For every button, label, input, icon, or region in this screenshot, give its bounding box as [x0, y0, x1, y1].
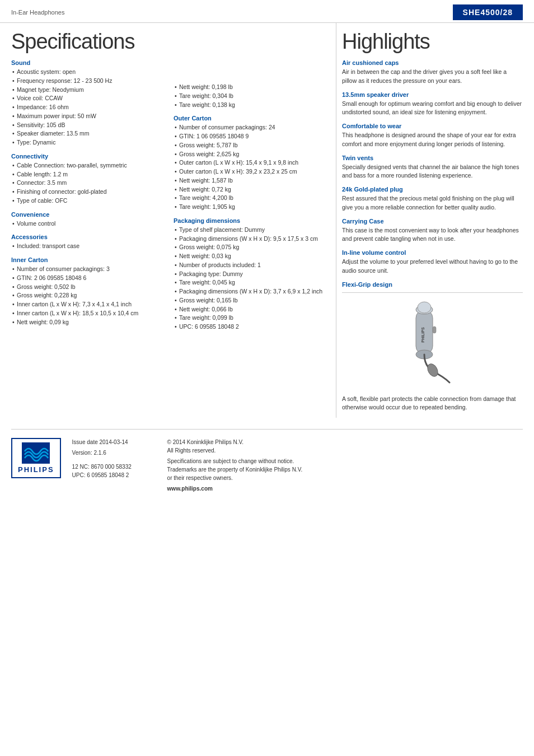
list-item: Number of products included: 1	[174, 261, 325, 270]
list-item: Gross weight: 0,165 lb	[174, 296, 325, 305]
list-item: Nett weight: 1,587 lb	[174, 176, 325, 185]
list-item: Magnet type: Neodymium	[11, 86, 162, 95]
copyright-text: © 2014 Koninklijke Philips N.V. All Righ…	[167, 438, 523, 455]
list-item: Acoustic system: open	[11, 68, 162, 77]
list-item: Packaging dimensions (W x H x D): 9,5 x …	[174, 235, 325, 244]
list-item: Sensitivity: 105 dB	[11, 121, 162, 130]
list-item: Nett weight: 0,72 kg	[174, 185, 325, 194]
twin-vents-text: Specially designed vents that channel th…	[342, 163, 523, 181]
list-item: Number of consumer packagings: 3	[11, 265, 162, 274]
connectivity-list: Cable Connection: two-parallel, symmetri…	[11, 161, 162, 206]
list-item: Tare weight: 0,045 kg	[174, 278, 325, 287]
list-item: Nett weight: 0,198 lb	[174, 83, 325, 92]
list-item: Nett weight: 0,09 kg	[11, 318, 162, 327]
outer-carton-title: Outer Carton	[174, 115, 325, 122]
list-item: Inner carton (L x W x H): 18,5 x 10,5 x …	[11, 309, 162, 318]
list-item: Tare weight: 1,905 kg	[174, 203, 325, 212]
philips-shield-icon	[22, 442, 50, 464]
philips-logo-wrap: PHILIPS	[11, 438, 61, 478]
list-item: Packaging dimensions (W x H x D): 3,7 x …	[174, 287, 325, 296]
inner-carton-list: Number of consumer packagings: 3 GTIN: 2…	[11, 265, 162, 326]
flexi-grip-image-wrap: PHILIPS	[342, 298, 523, 389]
nc-upc: 12 NC: 8670 000 58332 UPC: 6 09585 18048…	[72, 463, 156, 479]
list-item: Outer carton (L x W x H): 39,2 x 23,2 x …	[174, 167, 325, 176]
list-item: Packaging type: Dummy	[174, 270, 325, 279]
speaker-driver-text: Small enough for optimum wearing comfort…	[342, 100, 523, 118]
page-header: In-Ear Headphones SHE4500/28	[0, 0, 534, 23]
comfortable-text: This headphone is designed around the sh…	[342, 131, 523, 149]
highlight-comfortable: Comfortable to wear This headphone is de…	[342, 123, 523, 149]
specs-left: Sound Acoustic system: open Frequency re…	[11, 59, 162, 337]
specs-right: Nett weight: 0,198 lb Tare weight: 0,304…	[174, 59, 325, 337]
accessories-list: Included: transport case	[11, 242, 162, 251]
list-item: GTIN: 1 06 09585 18048 9	[174, 132, 325, 141]
inner-carton-cont-section: Nett weight: 0,198 lb Tare weight: 0,304…	[174, 83, 325, 109]
model-number: SHE4500/28	[453, 4, 523, 20]
comfortable-title: Comfortable to wear	[342, 123, 523, 129]
svg-text:PHILIPS: PHILIPS	[421, 327, 425, 343]
list-item: Number of consumer packagings: 24	[174, 123, 325, 132]
inline-volume-text: Adjust the volume to your preferred leve…	[342, 258, 523, 276]
svg-rect-6	[433, 326, 436, 333]
list-item: Connector: 3.5 mm	[11, 179, 162, 188]
specs-title: Specifications	[11, 30, 325, 54]
list-item: Speaker diameter: 13.5 mm	[11, 129, 162, 138]
sound-title: Sound	[11, 59, 162, 66]
list-item: Volume control	[11, 220, 162, 228]
gold-plug-text: Rest assured that the precious metal gol…	[342, 194, 523, 212]
list-item: UPC: 6 09585 18048 2	[174, 323, 325, 332]
specifications-column: Specifications Sound Acoustic system: op…	[11, 23, 336, 418]
highlight-inline-volume: In-line volume control Adjust the volume…	[342, 249, 523, 276]
inline-volume-title: In-line volume control	[342, 249, 523, 256]
highlight-gold-plug: 24k Gold-plated plug Rest assured that t…	[342, 186, 523, 212]
footer-meta: Issue date 2014-03-14 Version: 2.1.6 12 …	[72, 438, 156, 479]
outer-carton-list: Number of consumer packagings: 24 GTIN: …	[174, 123, 325, 212]
list-item: Gross weight: 5,787 lb	[174, 141, 325, 150]
list-item: GTIN: 2 06 09585 18048 6	[11, 274, 162, 283]
accessories-title: Accessories	[11, 234, 162, 240]
connectivity-title: Connectivity	[11, 153, 162, 160]
legal-text: Specifications are subject to change wit…	[167, 457, 523, 482]
list-item: Gross weight: 2,625 kg	[174, 150, 325, 159]
website-link: www.philips.com	[167, 484, 523, 493]
packaging-section: Packaging dimensions Type of shelf place…	[174, 217, 325, 332]
outer-carton-section: Outer Carton Number of consumer packagin…	[174, 115, 325, 212]
footer-legal: © 2014 Koninklijke Philips N.V. All Righ…	[167, 438, 523, 493]
list-item: Type of cable: OFC	[11, 197, 162, 206]
air-cushioned-text: Air in between the cap and the driver gi…	[342, 68, 523, 86]
list-item: Impedance: 16 ohm	[11, 103, 162, 112]
highlights-title: Highlights	[342, 30, 523, 54]
list-item: Type: Dynamic	[11, 138, 162, 147]
list-item: Gross weight: 0,228 kg	[11, 291, 162, 300]
air-cushioned-title: Air cushioned caps	[342, 59, 523, 66]
version: Version: 2.1.6	[72, 449, 156, 457]
list-item: Maximum power input: 50 mW	[11, 112, 162, 121]
twin-vents-title: Twin vents	[342, 155, 523, 161]
carrying-case-title: Carrying Case	[342, 218, 523, 225]
convenience-section: Convenience Volume control	[11, 211, 162, 228]
list-item: Gross weight: 0,075 kg	[174, 243, 325, 252]
inner-carton-section: Inner Carton Number of consumer packagin…	[11, 256, 162, 326]
philips-wordmark: PHILIPS	[18, 465, 54, 474]
list-item: Cable length: 1.2 m	[11, 170, 162, 179]
svg-point-5	[418, 302, 431, 313]
accessories-section: Accessories Included: transport case	[11, 234, 162, 251]
carrying-case-text: This case is the most convenient way to …	[342, 226, 523, 244]
main-content: Specifications Sound Acoustic system: op…	[0, 23, 534, 418]
highlight-twin-vents: Twin vents Specially designed vents that…	[342, 155, 523, 181]
list-item: Finishing of connector: gold-plated	[11, 188, 162, 197]
packaging-list: Type of shelf placement: Dummy Packaging…	[174, 226, 325, 332]
highlight-speaker-driver: 13.5mm speaker driver Small enough for o…	[342, 91, 523, 118]
specs-two-col: Sound Acoustic system: open Frequency re…	[11, 59, 325, 337]
svg-point-4	[425, 362, 440, 378]
connectivity-section: Connectivity Cable Connection: two-paral…	[11, 153, 162, 206]
list-item: Voice coil: CCAW	[11, 94, 162, 103]
issue-date: Issue date 2014-03-14	[72, 438, 156, 446]
packaging-title: Packaging dimensions	[174, 217, 325, 224]
list-item: Gross weight: 0,502 lb	[11, 283, 162, 292]
flexi-grip-divider	[342, 292, 523, 293]
list-item: Type of shelf placement: Dummy	[174, 226, 325, 235]
speaker-driver-title: 13.5mm speaker driver	[342, 91, 523, 98]
highlight-carrying-case: Carrying Case This case is the most conv…	[342, 218, 523, 244]
list-item: Tare weight: 0,138 kg	[174, 101, 325, 110]
